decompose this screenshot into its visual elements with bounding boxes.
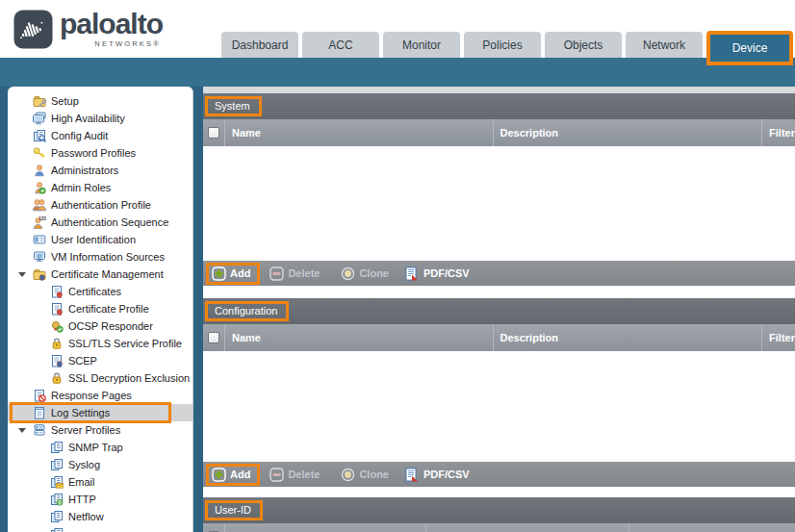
clone-button[interactable]: Clone <box>341 266 389 281</box>
sidebar-item-snmp-trap[interactable]: SNMP Trap <box>8 439 192 456</box>
sidebar-item-password-profiles[interactable]: Password Profiles <box>8 144 192 162</box>
pdf-csv-button[interactable]: PDF/CSV <box>404 468 470 482</box>
sidebar-item-label: Authentication Sequence <box>51 216 168 228</box>
select-all-checkbox[interactable] <box>203 523 224 532</box>
main-nav-tabs: DashboardACCMonitorPoliciesObjectsNetwor… <box>221 23 795 58</box>
sidebar-item-label: SSL Decryption Exclusion <box>68 372 190 384</box>
tab-network[interactable]: Network <box>626 32 703 58</box>
sidebar-item-certificates[interactable]: Certificates <box>8 283 192 300</box>
add-button[interactable]: Add <box>212 468 250 482</box>
http-icon <box>50 493 64 506</box>
tab-monitor[interactable]: Monitor <box>383 32 460 58</box>
column-header[interactable] <box>425 523 628 532</box>
sidebar-item-ssl-tls-service-profile[interactable]: SSL/TLS Service Profile <box>8 335 192 352</box>
sidebar-item-label: Certificate Profile <box>68 303 149 315</box>
select-all-checkbox[interactable] <box>203 119 224 146</box>
tab-dashboard[interactable]: Dashboard <box>221 32 298 58</box>
select-all-checkbox[interactable] <box>203 324 224 351</box>
authentication-profile-icon <box>33 198 47 212</box>
delete-icon <box>269 468 284 482</box>
sidebar-item-vm-information-sources[interactable]: @VM Information Sources <box>8 248 192 266</box>
sidebar-item-label: SNMP Trap <box>68 442 123 453</box>
section-header: System <box>203 93 795 119</box>
sidebar-item-server-profiles[interactable]: Server Profiles <box>8 421 192 439</box>
ocsp-responder-icon <box>50 319 64 333</box>
delete-button[interactable]: Delete <box>269 266 320 281</box>
section-title: System <box>215 100 250 112</box>
content-panel: System Name Description Filter Add <box>203 87 795 532</box>
tab-policies[interactable]: Policies <box>464 32 541 58</box>
certificate-profile-icon <box>50 302 64 316</box>
sidebar-item-certificate-management[interactable]: Certificate Management <box>8 266 192 283</box>
logo-subtext: NETWORKS® <box>60 40 163 48</box>
setup-icon <box>33 94 47 108</box>
delete-icon <box>269 266 284 281</box>
sidebar-item-scep[interactable]: SCEP <box>8 352 192 369</box>
pdf-csv-icon <box>404 468 420 482</box>
sidebar-item-log-settings[interactable]: Log Settings <box>8 404 192 421</box>
sidebar-item-label: Certificates <box>68 286 121 297</box>
svg-text:123: 123 <box>38 216 46 221</box>
certificates-icon <box>50 285 64 298</box>
tab-acc[interactable]: ACC <box>302 32 379 58</box>
table-header: Name Description Filter <box>203 119 795 146</box>
highlight-box: Configuration <box>205 301 289 321</box>
admin-roles-icon <box>33 181 47 194</box>
sidebar-item-authentication-profile[interactable]: Authentication Profile <box>8 196 192 214</box>
sidebar-item-response-pages[interactable]: Response Pages <box>8 387 192 404</box>
main-area: SetupHigh AvailabilityConfig AuditPasswo… <box>0 87 795 532</box>
sidebar-item-email[interactable]: Email <box>8 473 192 491</box>
sidebar-item-label: Admin Roles <box>51 182 111 193</box>
sidebar-item-label: Authentication Profile <box>51 199 151 211</box>
sidebar-item-syslog[interactable]: Syslog <box>8 456 192 473</box>
clone-button[interactable]: Clone <box>341 468 389 482</box>
collapse-triangle-icon[interactable] <box>18 272 26 277</box>
sidebar-item-config-audit[interactable]: Config Audit <box>8 127 192 144</box>
sidebar-item-label: HTTP <box>68 494 96 505</box>
sidebar-item-certificate-profile[interactable]: Certificate Profile <box>8 300 192 317</box>
sidebar-content-gap <box>193 87 203 532</box>
section-header: Configuration <box>203 298 795 324</box>
sidebar-item-setup[interactable]: Setup <box>8 92 192 110</box>
config-audit-icon <box>33 129 47 142</box>
column-header-name[interactable]: Name <box>224 119 493 146</box>
sidebar-item-user-identification[interactable]: User Identification <box>8 231 192 248</box>
pdf-csv-button[interactable]: PDF/CSV <box>404 266 470 281</box>
section-gap <box>203 286 795 298</box>
sidebar-item-ssl-decryption-exclusion[interactable]: SSL Decryption Exclusion <box>8 369 192 387</box>
sidebar-item-administrators[interactable]: Administrators <box>8 162 192 179</box>
content-top-strip <box>203 87 795 93</box>
server-profile-doc-icon <box>50 527 64 532</box>
sidebar-item-http[interactable]: HTTP <box>8 491 192 508</box>
column-header[interactable] <box>224 523 425 532</box>
column-header-filter[interactable]: Filter <box>761 119 795 146</box>
high-availability-icon <box>33 112 47 125</box>
sidebar-item-label: VM Information Sources <box>51 251 165 263</box>
response-pages-icon <box>33 389 47 402</box>
sidebar-item-ocsp-responder[interactable]: OCSP Responder <box>8 317 192 335</box>
delete-button[interactable]: Delete <box>269 468 320 482</box>
collapse-triangle-icon[interactable] <box>18 428 26 433</box>
column-header-description[interactable]: Description <box>493 119 762 146</box>
section-gap <box>203 487 795 497</box>
sidebar-item-label: Server Profiles <box>51 424 120 436</box>
tab-device[interactable]: Device <box>706 31 793 65</box>
clone-icon <box>341 266 355 281</box>
sidebar-item-admin-roles[interactable]: Admin Roles <box>8 179 192 196</box>
column-header-name[interactable]: Name <box>224 324 493 351</box>
sidebar-item-authentication-sequence[interactable]: 123Authentication Sequence <box>8 214 192 231</box>
tab-objects[interactable]: Objects <box>545 32 622 58</box>
section-user-id: User-ID <box>203 497 795 532</box>
password-profiles-icon <box>33 146 47 160</box>
authentication-sequence-icon: 123 <box>33 215 47 229</box>
column-header-description[interactable]: Description <box>493 324 762 351</box>
sidebar-item-netflow[interactable]: Netflow <box>8 508 192 525</box>
sidebar-item-partial[interactable] <box>8 525 192 532</box>
app-window: paloalto NETWORKS® DashboardACCMonitorPo… <box>0 0 795 532</box>
column-header-filter[interactable]: Filter <box>761 324 795 351</box>
add-button[interactable]: Add <box>212 266 250 281</box>
highlight-box: Add <box>206 464 260 486</box>
administrators-icon <box>33 164 47 177</box>
column-header[interactable] <box>628 523 795 532</box>
sidebar-item-high-availability[interactable]: High Availability <box>8 110 192 127</box>
